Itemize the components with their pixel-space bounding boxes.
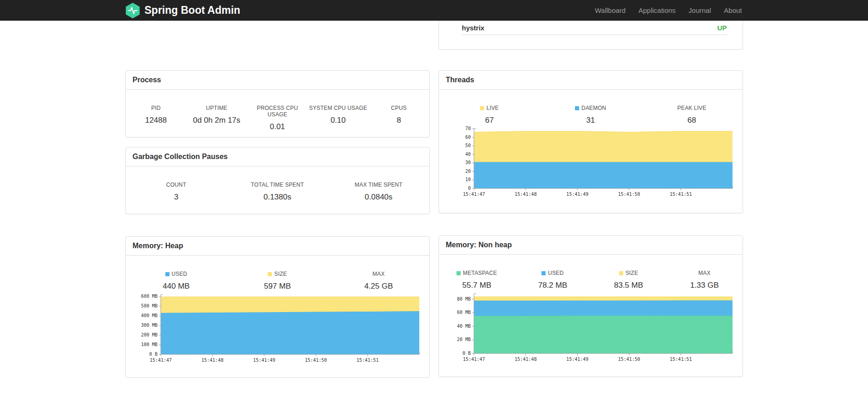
threads-panel-title: Threads [439, 71, 743, 90]
stat-pid: PID 12488 [126, 105, 186, 131]
nav-item-journal[interactable]: Journal [682, 0, 717, 21]
svg-text:60 MB: 60 MB [457, 310, 470, 315]
metaspace-swatch-icon [457, 271, 461, 275]
nav-item-applications[interactable]: Applications [632, 0, 682, 21]
legend-label: MAX [372, 271, 385, 277]
main-navigation: Wallboard Applications Journal About [588, 0, 743, 21]
legend-label: DAEMON [581, 105, 606, 111]
application-status-panel: hystrix UP [439, 21, 743, 50]
memory-nonheap-panel: Memory: Non heap METASPACE 55.7 MB USED … [439, 235, 743, 377]
stat-label: SYSTEM CPU USAGE [308, 105, 368, 111]
svg-text:15:41:51: 15:41:51 [670, 357, 692, 362]
nav-item-wallboard[interactable]: Wallboard [588, 0, 632, 21]
left-column: Process PID 12488 UPTIME 0d 0h 2m 17s PR… [125, 21, 430, 378]
stat-label: UPTIME [186, 105, 247, 111]
svg-text:15:41:50: 15:41:50 [304, 358, 327, 363]
svg-text:20 MB: 20 MB [457, 337, 470, 342]
legend-label: METASPACE [463, 270, 497, 276]
nonheap-memory-chart: 0 B20 MB40 MB60 MB80 MB15:41:4715:41:481… [445, 291, 736, 365]
svg-text:15:41:48: 15:41:48 [201, 358, 223, 363]
svg-text:15:41:49: 15:41:49 [566, 357, 588, 362]
stat-gc-total-time: TOTAL TIME SPENT 0.1380s [227, 182, 328, 202]
legend-peak-live: PEAK LIVE 68 [641, 105, 742, 125]
top-navbar: Spring Boot Admin Wallboard Applications… [0, 0, 868, 21]
heap-legend: USED 440 MB SIZE 597 MB MAX 4.25 GB [126, 256, 429, 291]
legend-heap-max: MAX 4.25 GB [328, 271, 429, 291]
legend-heap-used: USED 440 MB [126, 271, 227, 291]
legend-label: USED [548, 270, 564, 276]
svg-text:15:41:50: 15:41:50 [618, 192, 640, 197]
legend-label: PEAK LIVE [677, 105, 706, 111]
brand-title: Spring Boot Admin [145, 4, 241, 17]
legend-heap-size: SIZE 597 MB [227, 271, 328, 291]
process-panel-title: Process [126, 71, 429, 90]
stat-process-cpu-usage: PROCESS CPU USAGE 0.01 [247, 105, 308, 131]
live-swatch-icon [480, 106, 484, 110]
garbage-collection-panel: Garbage Collection Pauses COUNT 3 TOTAL … [125, 147, 430, 214]
stat-gc-max-time: MAX TIME SPENT 0.0840s [328, 182, 429, 202]
stat-system-cpu-usage: SYSTEM CPU USAGE 0.10 [308, 105, 368, 131]
legend-metaspace: METASPACE 55.7 MB [439, 270, 515, 290]
stat-gc-count: COUNT 3 [126, 182, 227, 202]
threads-legend: LIVE 67 DAEMON 31 PEAK LIVE 68 [439, 90, 743, 125]
stat-label: COUNT [126, 182, 227, 188]
legend-value: 83.5 MB [591, 281, 666, 290]
legend-label: LIVE [486, 105, 499, 111]
stat-value: 8 [368, 116, 429, 125]
heap-panel-title: Memory: Heap [126, 237, 429, 256]
svg-text:15:41:51: 15:41:51 [356, 358, 378, 363]
gc-stats: COUNT 3 TOTAL TIME SPENT 0.1380s MAX TIM… [126, 166, 429, 202]
svg-text:20: 20 [465, 169, 470, 174]
nonheap-panel-title: Memory: Non heap [439, 236, 743, 255]
threads-chart: 01020304050607015:41:4715:41:4815:41:491… [445, 126, 736, 200]
stat-value: 12488 [126, 116, 186, 125]
memory-heap-panel: Memory: Heap USED 440 MB SIZE 597 MB MAX… [125, 236, 430, 378]
svg-text:200 MB: 200 MB [141, 332, 157, 337]
legend-value: 597 MB [227, 282, 328, 291]
svg-text:0 B: 0 B [149, 352, 157, 357]
stat-label: PID [126, 105, 186, 111]
svg-text:600 MB: 600 MB [141, 294, 157, 299]
application-name: hystrix [462, 24, 485, 32]
process-panel: Process PID 12488 UPTIME 0d 0h 2m 17s PR… [125, 70, 430, 137]
legend-value: 1.33 GB [666, 281, 742, 290]
svg-text:15:41:49: 15:41:49 [253, 358, 275, 363]
right-column: hystrix UP Threads LIVE 67 DAEMON 31 PEA… [439, 21, 743, 377]
svg-text:15:41:51: 15:41:51 [670, 192, 692, 197]
legend-value: 4.25 GB [328, 282, 429, 291]
gc-panel-title: Garbage Collection Pauses [126, 148, 429, 166]
legend-daemon: DAEMON 31 [540, 105, 641, 125]
svg-text:15:41:48: 15:41:48 [514, 192, 536, 197]
stat-uptime: UPTIME 0d 0h 2m 17s [186, 105, 247, 131]
svg-text:100 MB: 100 MB [141, 342, 157, 347]
stat-label: PROCESS CPU USAGE [247, 105, 308, 118]
legend-label: SIZE [626, 270, 638, 276]
svg-text:300 MB: 300 MB [141, 323, 157, 328]
application-row-hystrix[interactable]: hystrix UP [462, 21, 727, 35]
stat-value: 0.1380s [227, 193, 328, 202]
svg-text:80 MB: 80 MB [457, 296, 470, 302]
stat-label: CPUS [368, 105, 429, 111]
svg-text:15:41:47: 15:41:47 [462, 192, 485, 197]
legend-value: 67 [439, 116, 540, 125]
legend-label: MAX [699, 270, 711, 276]
svg-text:10: 10 [465, 177, 470, 182]
heap-memory-chart: 0 B100 MB200 MB300 MB400 MB500 MB600 MB1… [132, 292, 423, 366]
svg-text:0: 0 [468, 186, 470, 191]
legend-value: 55.7 MB [439, 281, 515, 290]
legend-nonheap-size: SIZE 83.5 MB [591, 270, 666, 290]
svg-text:15:41:47: 15:41:47 [462, 357, 485, 362]
stat-label: MAX TIME SPENT [328, 182, 429, 188]
used-swatch-icon [165, 272, 169, 276]
legend-live: LIVE 67 [439, 105, 540, 125]
brand-link[interactable]: Spring Boot Admin [125, 2, 241, 19]
nav-item-about[interactable]: About [717, 0, 743, 21]
svg-text:40 MB: 40 MB [457, 324, 470, 329]
stat-value: 3 [126, 193, 227, 202]
stat-value: 0.10 [308, 116, 368, 125]
process-stats: PID 12488 UPTIME 0d 0h 2m 17s PROCESS CP… [126, 90, 429, 131]
status-badge: UP [717, 24, 727, 32]
legend-value: 440 MB [126, 282, 227, 291]
svg-text:50: 50 [465, 143, 470, 148]
used-swatch-icon [541, 271, 546, 275]
